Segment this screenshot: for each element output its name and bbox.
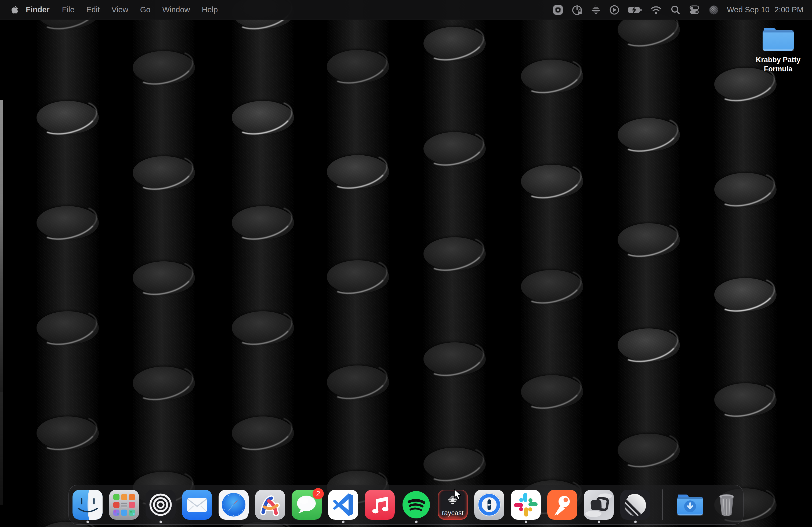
apple-music-icon (365, 490, 395, 520)
dock-app-vscode[interactable] (328, 490, 358, 520)
postman-icon (547, 490, 577, 520)
wifi-icon[interactable] (650, 0, 663, 19)
wallpaper-cylinder-cap (327, 260, 389, 293)
dock-app-messages[interactable]: 2 (292, 490, 322, 520)
running-indicator (525, 521, 527, 523)
dock-app-linear[interactable] (620, 490, 650, 520)
raycast-label: raycast (438, 509, 468, 517)
wallpaper-cylinder-cap (714, 278, 777, 311)
wallpaper-cylinder-cap (521, 270, 583, 303)
menu-item-file[interactable]: File (56, 0, 81, 19)
desktop-wallpaper (0, 0, 812, 527)
arc-browser-icon (255, 490, 285, 520)
slack-icon (511, 490, 541, 520)
wallpaper-cylinder-cap (618, 223, 680, 257)
dock-trash[interactable] (712, 490, 742, 520)
wallpaper-cylinder-cap (37, 311, 99, 345)
safari-icon (219, 490, 249, 520)
apple-logo-icon (10, 4, 19, 15)
dock-app-spotify[interactable] (401, 490, 431, 520)
dock-app-raycast[interactable]: raycast (438, 490, 468, 520)
wallpaper-cylinder-cap (618, 328, 680, 362)
wallpaper-cylinder-cap (133, 51, 195, 84)
dock-app-mail[interactable] (182, 490, 212, 520)
menu-item-finder[interactable]: Finder (19, 0, 56, 19)
wallpaper-cylinder-cap (423, 132, 486, 165)
dock-app-safari[interactable] (219, 490, 249, 520)
wallpaper-cylinder-cap (133, 156, 195, 190)
downloads-folder-icon (675, 490, 705, 520)
menu-item-window[interactable]: Window (156, 0, 196, 19)
trash-icon (712, 490, 742, 520)
linear-icon (620, 490, 650, 520)
menu-item-view[interactable]: View (105, 0, 134, 19)
power-lock-icon[interactable] (571, 0, 583, 19)
menu-bar-left: Finder File Edit View Go Window Help (0, 0, 224, 19)
vscode-icon (328, 490, 358, 520)
concentric-circles-app-icon (146, 490, 176, 520)
menu-item-help[interactable]: Help (196, 0, 224, 19)
dock-app-arc-browser[interactable] (255, 490, 285, 520)
folder-icon (762, 25, 795, 52)
wallpaper-cylinder-cap (232, 311, 294, 345)
dock-app-postman[interactable] (547, 490, 577, 520)
notification-badge: 2 (313, 488, 324, 499)
raycast-red-glow (445, 516, 461, 519)
dock: 2 (69, 485, 743, 525)
wallpaper-cylinder-cap (37, 206, 99, 239)
wallpaper-cylinder-cap (423, 237, 486, 270)
shutter-burst-icon[interactable] (552, 0, 564, 19)
apple-menu[interactable] (10, 4, 19, 15)
dock-folder-downloads[interactable] (675, 490, 705, 520)
wallpaper-cylinder-cap (618, 434, 680, 467)
desktop-folder-krabby-patty-formula[interactable]: Krabby Patty Formula (748, 25, 808, 74)
menu-item-edit[interactable]: Edit (80, 0, 105, 19)
battery-charging-icon[interactable] (627, 0, 642, 19)
textured-sphere-icon[interactable] (708, 0, 720, 19)
wallpaper-cylinder-cap (327, 50, 389, 83)
wallpaper-cylinder-cap (232, 101, 294, 134)
finder-icon (73, 490, 103, 520)
wallpaper-cylinder-cap (714, 383, 777, 417)
wallpaper-cylinder-cap (521, 60, 583, 93)
running-indicator (415, 521, 418, 523)
control-center-icon[interactable] (688, 0, 700, 19)
menu-item-go[interactable]: Go (134, 0, 157, 19)
wallpaper-edge-cylinder-lower (0, 392, 3, 505)
wallpaper-cylinder-cap (133, 261, 195, 295)
wallpaper-cylinder-cap (618, 118, 680, 151)
wallpaper-cylinder-cap (133, 366, 195, 400)
wallpaper-cylinder-cap (521, 165, 583, 198)
dock-app-apple-music[interactable] (365, 490, 395, 520)
running-indicator (86, 521, 89, 523)
wallpaper-cylinder-cap (327, 365, 389, 399)
dock-app-finder[interactable] (73, 490, 103, 520)
wallpaper-cylinder-cap (37, 417, 99, 450)
menu-bar-time: 2:00 PM (774, 5, 803, 14)
dock-app-launchpad[interactable] (109, 490, 139, 520)
dock-separator (663, 490, 663, 520)
menu-bar-status-area: Wed Sep 10 2:00 PM (552, 0, 812, 19)
menu-bar-clock[interactable]: Wed Sep 10 2:00 PM (727, 5, 803, 14)
now-playing-icon[interactable] (609, 0, 620, 19)
dock-app-concentric-circles[interactable] (146, 490, 176, 520)
dock-app-slack[interactable] (511, 490, 541, 520)
spotlight-search-icon[interactable] (670, 0, 681, 19)
wallpaper-cylinder-cap (423, 448, 486, 481)
running-indicator (598, 521, 600, 523)
wallpaper-cylinder-cap (232, 206, 294, 239)
striped-diamond-icon[interactable] (590, 0, 601, 19)
dock-app-1password[interactable] (474, 490, 504, 520)
wallpaper-cylinder-cap (423, 342, 486, 376)
mouse-cursor (453, 488, 462, 502)
wallpaper-cylinder-cap (423, 27, 486, 60)
1password-icon (474, 490, 504, 520)
launchpad-icon (109, 490, 139, 520)
folder-label: Krabby Patty Formula (748, 55, 808, 74)
menu-bar: Finder File Edit View Go Window Help (0, 0, 812, 20)
wallpaper-cylinder-cap (521, 375, 583, 408)
dock-app-overlapping-squares[interactable] (584, 490, 614, 520)
running-indicator (634, 521, 637, 523)
menu-bar-date: Wed Sep 10 (727, 5, 770, 14)
wallpaper-cylinder-cap (232, 417, 294, 450)
